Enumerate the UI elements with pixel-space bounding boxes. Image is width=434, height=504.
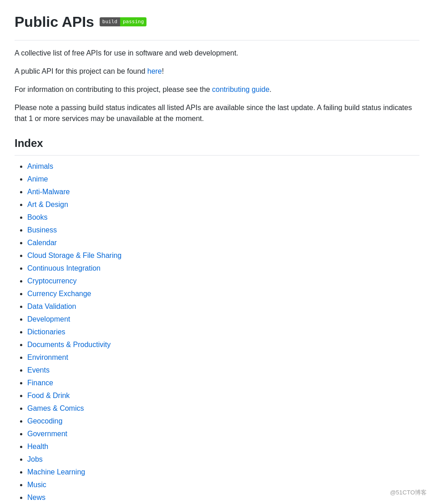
list-item: Cloud Storage & File Sharing — [27, 250, 419, 261]
index-link[interactable]: Data Validation — [27, 302, 76, 310]
index-link[interactable]: Currency Exchange — [27, 290, 91, 297]
index-link[interactable]: Calendar — [27, 239, 57, 247]
list-item: Geocoding — [27, 416, 419, 427]
index-link[interactable]: Events — [27, 366, 50, 374]
index-link[interactable]: Anti-Malware — [27, 188, 70, 196]
index-list: AnimalsAnimeAnti-MalwareArt & DesignBook… — [15, 161, 419, 504]
list-item: Currency Exchange — [27, 288, 419, 299]
list-item: Books — [27, 212, 419, 223]
description-line1: A collective list of free APIs for use i… — [15, 48, 419, 59]
contributing-guide-link[interactable]: contributing guide — [212, 86, 269, 93]
index-link[interactable]: Continuous Integration — [27, 264, 101, 272]
list-item: Data Validation — [27, 301, 419, 312]
index-title: Index — [15, 135, 419, 156]
badge-build-label: build — [100, 17, 120, 27]
list-item: Events — [27, 365, 419, 376]
index-link[interactable]: Development — [27, 315, 70, 323]
index-link[interactable]: Animals — [27, 162, 53, 170]
page-header: Public APIs build passing — [15, 11, 419, 40]
index-link[interactable]: Anime — [27, 175, 48, 183]
index-link[interactable]: Health — [27, 443, 48, 450]
index-link[interactable]: Geocoding — [27, 417, 62, 425]
index-link[interactable]: News — [27, 494, 45, 501]
list-item: Anime — [27, 174, 419, 185]
index-link[interactable]: Cloud Storage & File Sharing — [27, 252, 121, 259]
index-link[interactable]: Dictionaries — [27, 328, 66, 336]
build-badge: build passing — [100, 17, 146, 27]
list-item: Business — [27, 225, 419, 236]
description-line2: A public API for this project can be fou… — [15, 66, 419, 77]
list-item: Art & Design — [27, 199, 419, 210]
list-item: Games & Comics — [27, 403, 419, 414]
index-link[interactable]: Games & Comics — [27, 404, 84, 412]
list-item: Calendar — [27, 237, 419, 248]
list-item: Animals — [27, 161, 419, 172]
list-item: Music — [27, 479, 419, 490]
list-item: Food & Drink — [27, 390, 419, 401]
list-item: Dictionaries — [27, 327, 419, 338]
index-link[interactable]: Books — [27, 213, 47, 221]
list-item: Environment — [27, 352, 419, 363]
list-item: Documents & Productivity — [27, 339, 419, 350]
index-link[interactable]: Finance — [27, 379, 53, 387]
badge-passing-label: passing — [120, 17, 146, 27]
index-link[interactable]: Machine Learning — [27, 468, 85, 476]
index-link[interactable]: Business — [27, 226, 57, 234]
list-item: Anti-Malware — [27, 186, 419, 197]
list-item: Cryptocurrency — [27, 276, 419, 287]
index-link[interactable]: Cryptocurrency — [27, 277, 76, 285]
list-item: Jobs — [27, 454, 419, 465]
list-item: Finance — [27, 378, 419, 388]
list-item: News — [27, 492, 419, 503]
index-link[interactable]: Documents & Productivity — [27, 341, 111, 348]
notice-text: Please note a passing build status indic… — [15, 102, 419, 124]
page-title: Public APIs — [15, 11, 94, 33]
list-item: Continuous Integration — [27, 263, 419, 274]
index-link[interactable]: Environment — [27, 353, 68, 361]
list-item: Machine Learning — [27, 467, 419, 478]
index-link[interactable]: Food & Drink — [27, 392, 70, 399]
index-link[interactable]: Music — [27, 481, 46, 489]
index-link[interactable]: Government — [27, 430, 67, 438]
description-line3: For information on contributing to this … — [15, 84, 419, 95]
list-item: Development — [27, 314, 419, 325]
index-link[interactable]: Art & Design — [27, 201, 68, 208]
list-item: Health — [27, 441, 419, 452]
index-link[interactable]: Jobs — [27, 455, 43, 463]
here-link[interactable]: here — [147, 67, 162, 75]
watermark: @51CTO博客 — [390, 488, 427, 497]
list-item: Government — [27, 428, 419, 439]
